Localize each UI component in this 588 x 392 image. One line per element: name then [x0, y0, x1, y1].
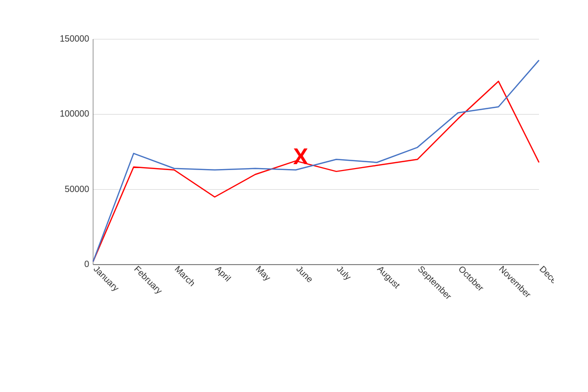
svg-text:May: May: [254, 264, 272, 283]
svg-text:October: October: [457, 264, 486, 293]
svg-text:July: July: [335, 264, 353, 282]
svg-text:150000: 150000: [60, 34, 89, 44]
svg-text:April: April: [213, 264, 233, 284]
line-chart: 050000100000150000JanuaryFebruaryMarchAp…: [54, 29, 554, 314]
svg-text:0: 0: [84, 259, 89, 269]
svg-text:50000: 50000: [65, 184, 89, 194]
svg-text:August: August: [375, 264, 402, 291]
svg-text:March: March: [173, 264, 197, 289]
svg-text:November: November: [497, 264, 533, 300]
svg-text:X: X: [293, 144, 308, 169]
svg-text:February: February: [132, 264, 164, 296]
svg-text:September: September: [416, 264, 453, 301]
svg-text:December: December: [538, 264, 554, 300]
svg-text:100000: 100000: [60, 109, 89, 119]
chart-container: 050000100000150000JanuaryFebruaryMarchAp…: [0, 0, 588, 392]
svg-text:June: June: [294, 264, 315, 285]
svg-text:January: January: [92, 264, 121, 293]
